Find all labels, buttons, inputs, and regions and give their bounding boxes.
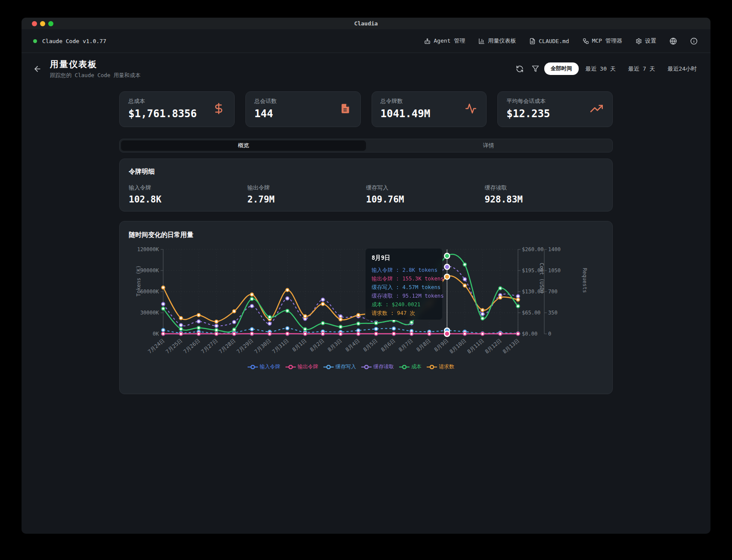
svg-text:700: 700: [548, 289, 558, 295]
svg-text:8月10日: 8月10日: [448, 338, 467, 355]
nav-item-2[interactable]: CLAUDE.md: [529, 38, 569, 44]
view-tabs: 概览详情: [119, 139, 613, 152]
legend-缓存写入[interactable]: 缓存写入: [323, 363, 356, 370]
svg-text:0K: 0K: [153, 331, 159, 337]
svg-text:7月28日: 7月28日: [218, 338, 237, 355]
top-navigation: Claude Code v1.0.77 Agent 管理用量仪表板CLAUDE.…: [22, 29, 710, 53]
svg-text:8月4日: 8月4日: [344, 338, 361, 353]
svg-text:120000K: 120000K: [137, 246, 159, 252]
refresh-button[interactable]: [516, 65, 524, 73]
svg-text:8月5日: 8月5日: [362, 338, 378, 353]
token-breakdown-panel: 令牌明细 输入令牌 102.8K 输出令牌 2.79M 缓存写入 109.76M…: [119, 159, 613, 212]
tab-overview[interactable]: 概览: [121, 140, 366, 151]
svg-text:7月27日: 7月27日: [200, 338, 219, 355]
svg-text:7月31日: 7月31日: [271, 338, 290, 355]
globe-icon[interactable]: [670, 37, 677, 45]
activity-icon: [465, 103, 477, 116]
daily-usage-chart-panel: 随时间变化的日常用量 0K$0.00030000K$65.0035060000K…: [119, 221, 613, 394]
close-button[interactable]: [32, 21, 37, 26]
gear-icon: [636, 38, 642, 44]
svg-text:8月13日: 8月13日: [502, 338, 521, 355]
svg-text:8月3日: 8月3日: [326, 338, 343, 353]
file-text-icon: [340, 103, 351, 116]
nav-item-1[interactable]: 用量仪表板: [478, 37, 516, 45]
token-stat-2: 缓存写入 109.76M: [366, 184, 485, 205]
workflow-icon: [583, 38, 589, 44]
chart-legend: 输入令牌 输出令牌 缓存写入 缓存读取 成本 请求数: [163, 363, 539, 370]
svg-text:0: 0: [548, 331, 551, 337]
minimize-button[interactable]: [40, 21, 45, 26]
nav-item-4[interactable]: 设置: [636, 37, 656, 45]
bot-icon: [424, 38, 431, 44]
dollar-icon: [213, 103, 225, 116]
stat-card-0: 总成本 $1,761.8356: [119, 91, 235, 127]
page-title: 用量仪表板: [50, 59, 140, 70]
svg-text:1400: 1400: [548, 246, 561, 252]
svg-text:7月25日: 7月25日: [164, 338, 183, 355]
svg-text:8月9日: 8月9日: [433, 338, 450, 353]
svg-text:$65.00: $65.00: [522, 310, 540, 316]
svg-text:30000K: 30000K: [140, 310, 159, 316]
filter-button[interactable]: [532, 65, 539, 72]
svg-text:1050: 1050: [548, 268, 561, 274]
titlebar: Claudia: [22, 18, 710, 29]
svg-text:8月7日: 8月7日: [397, 338, 414, 353]
svg-text:7月29日: 7月29日: [236, 338, 254, 355]
legend-请求数[interactable]: 请求数: [427, 363, 454, 370]
tooltip-date: 8月9日: [372, 254, 436, 262]
page-header: 用量仪表板 跟踪您的 Claude Code 用量和成本 全部时间 最近 30 …: [22, 53, 710, 84]
back-button[interactable]: [33, 65, 42, 73]
svg-text:8月1日: 8月1日: [291, 338, 307, 353]
filter-all-time[interactable]: 全部时间: [544, 62, 579, 75]
token-breakdown-title: 令牌明细: [129, 168, 603, 176]
svg-text:8月12日: 8月12日: [484, 338, 503, 355]
token-stat-3: 缓存读取 928.83M: [485, 184, 604, 205]
svg-text:7月30日: 7月30日: [253, 338, 272, 355]
svg-text:8月6日: 8月6日: [380, 338, 396, 353]
stat-card-3: 平均每会话成本 $12.235: [497, 91, 613, 127]
stat-card-1: 总会话数 144: [245, 91, 361, 127]
trending-up-icon: [590, 102, 603, 116]
token-stat-1: 输出令牌 2.79M: [248, 184, 366, 205]
svg-text:60000K: 60000K: [140, 289, 159, 295]
svg-text:$0.00: $0.00: [522, 331, 537, 337]
status-dot-icon: [33, 39, 37, 43]
svg-text:Cost (USD): Cost (USD): [539, 263, 545, 294]
page-subtitle: 跟踪您的 Claude Code 用量和成本: [50, 72, 140, 79]
window-title: Claudia: [354, 20, 378, 27]
svg-text:Requests: Requests: [582, 268, 588, 293]
app-window: Claudia Claude Code v1.0.77 Agent 管理用量仪表…: [22, 18, 710, 534]
filter-24-hours[interactable]: 最近24小时: [667, 62, 697, 75]
svg-text:90000K: 90000K: [140, 268, 159, 274]
app-version-label: Claude Code v1.0.77: [42, 38, 106, 44]
legend-输入令牌[interactable]: 输入令牌: [248, 363, 280, 370]
legend-输出令牌[interactable]: 输出令牌: [285, 363, 318, 370]
nav-item-3[interactable]: MCP 管理器: [583, 37, 622, 45]
legend-成本[interactable]: 成本: [399, 363, 422, 370]
chart-tooltip: 8月9日 输入令牌 : 2.8K tokens输出令牌 : 155.3K tok…: [365, 248, 443, 320]
token-stat-0: 输入令牌 102.8K: [129, 184, 248, 205]
legend-缓存读取[interactable]: 缓存读取: [361, 363, 394, 370]
svg-text:Tokens (K): Tokens (K): [136, 265, 142, 296]
app-version: Claude Code v1.0.77: [33, 38, 106, 44]
svg-text:8月11日: 8月11日: [466, 338, 485, 355]
nav-item-0[interactable]: Agent 管理: [424, 37, 465, 45]
filter-30-days[interactable]: 最近 30 天: [586, 62, 616, 75]
bar-chart-icon: [478, 38, 485, 44]
stat-card-2: 总令牌数 1041.49M: [372, 91, 487, 127]
zoom-button[interactable]: [48, 21, 53, 26]
tab-details[interactable]: 详情: [366, 140, 611, 151]
svg-text:8月8日: 8月8日: [415, 338, 431, 353]
svg-text:350: 350: [548, 310, 558, 316]
svg-text:7月24日: 7月24日: [147, 338, 166, 355]
svg-text:8月2日: 8月2日: [309, 338, 325, 353]
filter-7-days[interactable]: 最近 7 天: [628, 62, 655, 75]
file-icon: [529, 38, 536, 44]
info-icon[interactable]: [690, 37, 698, 45]
svg-text:7月26日: 7月26日: [182, 338, 201, 355]
svg-text:$260.00: $260.00: [522, 246, 544, 252]
